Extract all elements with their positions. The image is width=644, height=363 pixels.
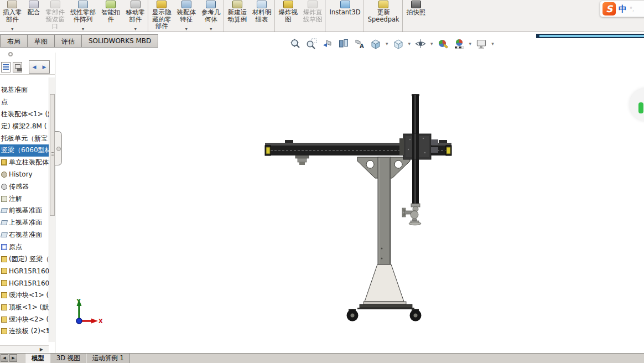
- snapshot-icon: [411, 1, 421, 8]
- gripper-assembly: [411, 204, 420, 207]
- component-preview-icon: [50, 1, 60, 8]
- pin-icon[interactable]: [8, 52, 13, 56]
- ime-language-indicator[interactable]: 中: [619, 4, 627, 14]
- ribbon-button[interactable]: 智能扣 件: [98, 0, 123, 32]
- collapse-arrow-left[interactable]: ◀: [33, 64, 37, 70]
- tree-item[interactable]: 柱装配体<1> (默: [0, 108, 49, 121]
- tree-item[interactable]: 单立柱装配体: [0, 157, 49, 169]
- tree-item[interactable]: 前视基准面: [0, 205, 49, 217]
- apply-scene-caret[interactable]: ▾: [469, 41, 472, 46]
- tree-horizontal-scrollbar[interactable]: ▶: [0, 345, 49, 352]
- tree-item[interactable]: 上视基准面: [0, 217, 49, 229]
- bottom-tab-bar: ◀ ▶ 模型 3D 视图 运动算例 1: [0, 353, 644, 363]
- section-view-icon[interactable]: [337, 37, 350, 50]
- task-pane-collapsed-bar[interactable]: [536, 34, 644, 38]
- ribbon-button[interactable]: 装配体 特征: [174, 0, 199, 32]
- view-settings-icon[interactable]: [475, 37, 488, 50]
- zoom-area-icon[interactable]: [305, 37, 318, 50]
- tree-item[interactable]: HGR15R1600: [0, 265, 49, 277]
- ribbon-button[interactable]: 拍快照: [404, 0, 429, 32]
- ribbon-button[interactable]: 线性零部 件阵列: [67, 0, 98, 32]
- tab-scroll-first-button[interactable]: ◀: [1, 354, 8, 362]
- ribbon-button[interactable]: 更新 Speedpak: [365, 0, 403, 32]
- apply-scene-icon[interactable]: [453, 37, 466, 50]
- horizontal-beam: [265, 146, 451, 155]
- triad-x-label: X: [98, 318, 103, 324]
- tree-item[interactable]: (固定) 竖梁（6: [0, 253, 49, 265]
- view-orientation-icon[interactable]: [369, 37, 382, 50]
- ime-toolbar[interactable]: S 中 °,: [600, 1, 644, 17]
- collapse-arrow-right[interactable]: ▶: [43, 64, 46, 70]
- part-icon: [1, 280, 7, 286]
- hide-show-items-caret[interactable]: ▾: [430, 41, 433, 46]
- view-orientation-caret[interactable]: ▾: [386, 41, 388, 46]
- view-annotations-icon[interactable]: A: [353, 37, 366, 50]
- document-tab[interactable]: 模型: [25, 354, 50, 363]
- document-tab[interactable]: 3D 视图: [50, 354, 86, 363]
- tree-vertical-scrollbar[interactable]: [49, 77, 55, 342]
- exploded-view-icon: [283, 1, 293, 8]
- panel-collapse-arrows[interactable]: ◀ ▶: [29, 60, 50, 74]
- view-settings-caret[interactable]: ▾: [491, 41, 494, 46]
- ribbon-button[interactable]: 插入零 部件: [0, 0, 25, 32]
- scrollbar-thumb[interactable]: [50, 94, 55, 216]
- scroll-right-arrow-icon[interactable]: ▶: [40, 347, 43, 352]
- tree-item[interactable]: 连接板 (2)<1>: [0, 325, 49, 338]
- instant3d-icon: [340, 1, 350, 8]
- ribbon-button[interactable]: 显示隐 藏的零 部件: [149, 0, 174, 32]
- tree-item[interactable]: 右视基准面: [0, 229, 49, 241]
- floating-overlay-bubble[interactable]: [630, 89, 644, 121]
- tree-item[interactable]: 顶板<1> (默认: [0, 301, 49, 313]
- linear-pattern-icon: [78, 1, 88, 8]
- tree-item[interactable]: 定) 横梁2.8M (: [0, 120, 49, 132]
- ribbon-button[interactable]: 配合: [25, 0, 43, 32]
- edit-appearance-icon[interactable]: [437, 37, 450, 50]
- panel-splitter-handle[interactable]: [55, 131, 62, 165]
- command-tab[interactable]: SOLIDWORKS MBD: [82, 34, 158, 48]
- tree-item[interactable]: 托板单元（新宝: [0, 132, 49, 144]
- ribbon-button[interactable]: 材料明 细表: [250, 0, 275, 32]
- feature-panel-header: ◀ ▶: [0, 60, 55, 75]
- ribbon-button[interactable]: Instant3D: [327, 0, 364, 32]
- zoom-fit-icon[interactable]: [289, 37, 302, 50]
- hide-show-items-icon[interactable]: [414, 37, 427, 50]
- caster-left: [347, 310, 359, 321]
- display-style-icon[interactable]: [392, 37, 405, 50]
- previous-view-icon[interactable]: [321, 37, 334, 50]
- annotation-icon: [1, 196, 7, 202]
- beam-endcap-left: [266, 147, 270, 154]
- design-tree-icon[interactable]: [1, 62, 11, 72]
- beam-endcap-right: [446, 147, 450, 154]
- ribbon-button[interactable]: 移动零 部件: [123, 0, 149, 32]
- sogou-logo-icon[interactable]: S: [603, 2, 616, 15]
- display-style-caret[interactable]: ▾: [408, 41, 411, 46]
- command-tab[interactable]: 草图: [28, 34, 55, 48]
- ribbon-button[interactable]: 爆炸视 图: [276, 0, 301, 32]
- origin-icon: [1, 244, 7, 250]
- graphics-viewport[interactable]: Y X: [0, 0, 644, 363]
- tree-item[interactable]: 传感器: [0, 180, 49, 193]
- tree-item[interactable]: 注解: [0, 193, 49, 205]
- command-tab[interactable]: 评估: [55, 34, 82, 48]
- tree-item[interactable]: 点: [0, 96, 49, 108]
- tree-item[interactable]: 原点: [0, 241, 49, 253]
- command-tab[interactable]: 布局: [0, 34, 28, 48]
- move-component-icon: [131, 1, 141, 8]
- motion-study-icon: [232, 1, 242, 8]
- tree-item[interactable]: 竖梁（6060型材: [0, 144, 49, 157]
- tree-item[interactable]: 视基准面: [0, 84, 49, 96]
- tree-item[interactable]: History: [0, 169, 49, 181]
- ribbon-button[interactable]: 新建运 动算例: [225, 0, 250, 32]
- display-pane-icon[interactable]: [13, 62, 22, 72]
- ribbon-button[interactable]: 爆炸直 线草图: [300, 0, 326, 32]
- tree-item[interactable]: HGR15R1600: [0, 277, 49, 289]
- tree-item[interactable]: 缓冲块<1> (默: [0, 289, 49, 302]
- document-tab[interactable]: 运动算例 1: [86, 354, 130, 363]
- plane-icon: [1, 232, 8, 237]
- ribbon-button[interactable]: 参考几 何体: [199, 0, 224, 32]
- tree-item[interactable]: 缓冲块<2> (默: [0, 313, 49, 325]
- assembly-features-icon: [181, 1, 191, 8]
- base-cover: [365, 265, 404, 302]
- tab-scroll-last-button[interactable]: ▶: [9, 354, 17, 362]
- ribbon-button[interactable]: 零部件 预览窗 口: [43, 0, 68, 32]
